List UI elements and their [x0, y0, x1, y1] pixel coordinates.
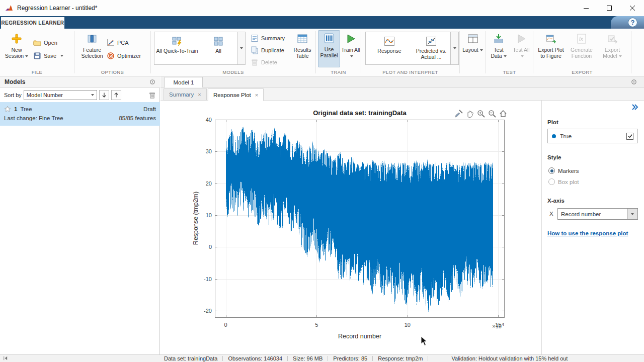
summary-button[interactable]: Summary: [251, 33, 285, 43]
sort-descending-button[interactable]: [99, 90, 109, 100]
sort-ascending-button[interactable]: [111, 90, 121, 100]
predicted-vs-actual-icon: [426, 36, 437, 47]
results-table-label: Results Table: [291, 47, 314, 59]
duplicate-button[interactable]: Duplicate: [251, 45, 284, 55]
section-label-train: TRAIN: [316, 69, 361, 75]
pca-icon: [107, 39, 115, 47]
home-icon[interactable]: [498, 109, 508, 118]
zoom-out-icon[interactable]: [487, 109, 497, 118]
chevron-down-icon: [631, 213, 634, 215]
open-button[interactable]: Open: [33, 38, 57, 48]
layout-label: Layout: [462, 47, 478, 53]
plot-toolbar: [454, 109, 508, 118]
x-axis-select-button[interactable]: [627, 209, 637, 219]
status-size: Size: 96 MB: [293, 355, 323, 361]
model-list-item[interactable]: 1 Tree Draft Last change: Fine Tree 85/8…: [0, 102, 160, 126]
markers-radio[interactable]: Markers: [548, 167, 579, 174]
save-label: Save: [44, 53, 56, 59]
favorite-star-icon[interactable]: [4, 106, 11, 113]
test-data-button[interactable]: Test Data: [488, 31, 509, 59]
new-session-button[interactable]: New Session: [2, 31, 31, 59]
feature-selection-button[interactable]: Feature Selection: [77, 31, 107, 59]
status-validation: Validation: Holdout validation with 15% …: [451, 355, 568, 361]
save-button[interactable]: Save: [33, 51, 63, 61]
all-label: All: [215, 48, 221, 54]
box-plot-radio[interactable]: Box plot: [548, 178, 579, 185]
export-model-label: Export Model: [603, 47, 620, 59]
minimize-button[interactable]: [575, 0, 598, 16]
use-parallel-label: Use Parallel: [318, 46, 340, 58]
results-table-button[interactable]: Results Table: [291, 31, 314, 59]
chevron-down-icon: [91, 94, 94, 96]
response-label: Response: [377, 48, 401, 54]
gallery-expand-button[interactable]: [450, 32, 458, 64]
pan-hand-icon[interactable]: [465, 109, 474, 118]
new-session-label: New Session: [5, 47, 24, 59]
tab-response-plot-label: Response Plot: [213, 92, 251, 98]
gallery-item-all[interactable]: All: [199, 33, 237, 63]
model-gallery: All Quick-To-Train All: [154, 32, 246, 65]
export-plot-to-figure-button[interactable]: Export Plot to Figure: [536, 31, 566, 59]
x-axis-section-heading: X-axis: [547, 198, 565, 204]
zoom-in-icon[interactable]: [476, 109, 486, 118]
help-icon[interactable]: ?: [628, 18, 637, 27]
summary-label: Summary: [261, 35, 285, 41]
export-model-button[interactable]: Export Model: [598, 31, 627, 59]
gallery-item-response[interactable]: Response: [369, 33, 410, 63]
section-label-options: OPTIONS: [74, 69, 150, 75]
x-axis-select[interactable]: Record number: [557, 208, 638, 220]
test-all-play-icon: [516, 32, 527, 46]
series-true-checkbox[interactable]: [626, 133, 633, 140]
models-panel-header: Models: [0, 76, 160, 88]
plot-section-heading: Plot: [547, 119, 558, 125]
delete-button[interactable]: Delete: [251, 57, 277, 67]
layout-button[interactable]: Layout: [461, 31, 484, 53]
panel-actions-icon[interactable]: [149, 79, 155, 85]
test-all-button[interactable]: Test All: [511, 31, 531, 59]
response-plot-icon: [384, 36, 395, 47]
tab-summary[interactable]: Summary ×: [164, 88, 207, 101]
brush-icon[interactable]: [454, 109, 463, 118]
series-true-row[interactable]: True: [547, 129, 638, 143]
titlebar: Regression Learner - untitled*: [0, 0, 644, 16]
app-icon: [5, 4, 13, 12]
maximize-button[interactable]: [598, 0, 621, 16]
train-all-label: Train All: [341, 47, 360, 53]
svg-text:fx: fx: [579, 36, 584, 42]
close-icon[interactable]: ×: [255, 92, 258, 98]
collapse-panel-icon[interactable]: [631, 103, 639, 111]
tab-model-1[interactable]: Model 1: [165, 77, 203, 87]
model-number: 1: [14, 106, 17, 112]
all-quick-to-train-icon: [172, 36, 183, 47]
response-scatter-plot[interactable]: [215, 120, 505, 318]
panel-divider: [541, 101, 542, 354]
tab-regression-learner[interactable]: REGRESSION LEARNER: [1, 17, 64, 29]
help-band: [611, 16, 644, 29]
delete-model-trash-icon[interactable]: [148, 92, 156, 99]
layout-icon: [467, 32, 478, 46]
gallery-expand-button[interactable]: [237, 32, 245, 64]
chevron-down-icon: [240, 47, 243, 49]
close-icon[interactable]: ×: [198, 92, 201, 98]
pca-button[interactable]: PCA: [107, 38, 129, 48]
open-label: Open: [44, 40, 57, 46]
sort-by-select[interactable]: Model Number: [24, 90, 97, 100]
series-marker-icon: [552, 134, 556, 138]
generate-function-button[interactable]: fx Generate Function: [567, 31, 597, 59]
duplicate-icon: [251, 46, 259, 54]
gallery-item-all-quick-to-train[interactable]: All Quick-To-Train: [156, 33, 198, 63]
tab-response-plot[interactable]: Response Plot ×: [208, 88, 264, 101]
markers-label: Markers: [558, 168, 579, 174]
document-actions-icon[interactable]: [631, 79, 637, 85]
x-field-label: X: [549, 211, 553, 217]
gallery-item-predicted-vs-actual[interactable]: Predicted vs. Actual ...: [412, 33, 450, 63]
section-label-test: TEST: [486, 69, 533, 75]
section-label-export: EXPORT: [533, 69, 631, 75]
train-all-button[interactable]: Train All: [341, 31, 360, 59]
use-parallel-toggle[interactable]: Use Parallel: [318, 30, 340, 67]
response-plot-help-link[interactable]: How to use the response plot: [547, 230, 628, 236]
export-plot-label: Export Plot to Figure: [536, 47, 566, 59]
optimizer-button[interactable]: Optimizer: [107, 51, 141, 61]
restore-panel-icon[interactable]: [3, 355, 8, 361]
close-button[interactable]: [621, 0, 644, 16]
